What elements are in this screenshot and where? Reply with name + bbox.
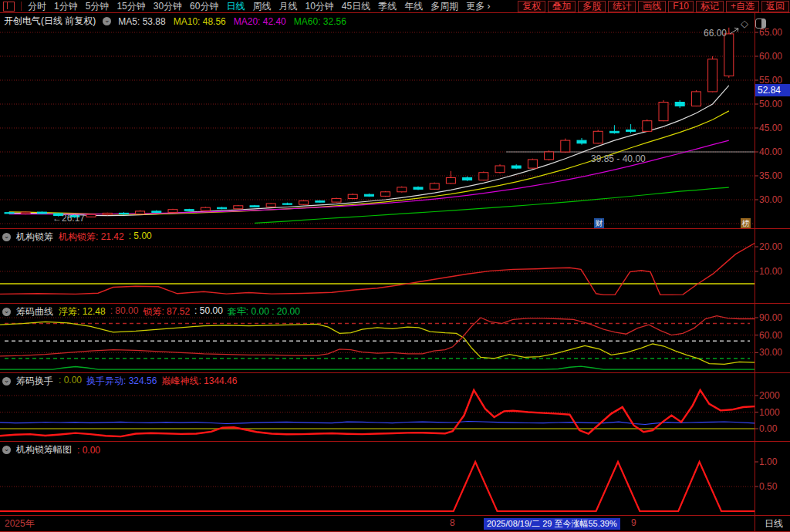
axis-tick-chouma-huanshou: 2000 — [759, 390, 780, 401]
panel-values: 浮筹: 12.48 : 80.00锁筹: 87.52 : 50.00套牢: 0.… — [59, 305, 300, 318]
panel-value: : 5.00 — [129, 231, 152, 244]
axis-tick-main: 50.00 — [759, 99, 782, 109]
chevron-down-icon[interactable]: ⌄ — [103, 17, 111, 25]
period-item-6[interactable]: 60分钟 — [186, 0, 222, 13]
period-item-12[interactable]: 季线 — [374, 0, 400, 13]
period-item-13[interactable]: 年线 — [400, 0, 427, 13]
period-item-4[interactable]: 15分钟 — [113, 0, 149, 13]
axis-tick-jigou-suochou: 20.00 — [759, 241, 782, 252]
panel-value: 浮筹: 12.48 — [59, 305, 106, 318]
axis-tick-main: 40.00 — [759, 146, 782, 157]
collapse-icon[interactable]: ⌄ — [2, 233, 11, 241]
bottom-axis-bar: 2025年 8 2025/08/19/二 29 至今涨幅55.39% 9 日线 — [0, 516, 790, 532]
panel-title: 机构锁筹 — [16, 231, 53, 244]
tool-button-4[interactable]: 统计 — [608, 1, 636, 12]
rank-badge[interactable]: 榜 — [741, 218, 751, 228]
charts-canvas — [0, 0, 790, 532]
window-layout-icon[interactable] — [3, 2, 15, 12]
app-window: 分时1分钟5分钟15分钟30分钟60分钟日线周线月线10分钟45日线季线年线多周… — [0, 0, 790, 532]
panel-header-chouma-huanshou: ⌄ 筹码换手 : 0.00换手异动: 324.56巅峰神线: 1344.46 — [2, 375, 237, 388]
tool-button-8[interactable]: +自选 — [726, 1, 759, 12]
period-item-15[interactable]: 更多 › — [462, 0, 494, 13]
ma-label-2: MA10: 48.56 — [174, 16, 226, 27]
panel-title: 机构锁筹幅图 — [16, 443, 72, 456]
ma-label-1: MA5: 53.88 — [118, 16, 165, 27]
collapse-icon[interactable]: ⌄ — [2, 377, 11, 386]
axis-tick-main: 35.00 — [759, 170, 782, 181]
toolbar: 复权叠加多股统计画线F10标记+自选返回 — [518, 1, 789, 12]
panel-values: 机构锁筹: 21.42 : 5.00 — [59, 231, 152, 244]
panel-value: 机构锁筹: 21.42 — [59, 231, 124, 244]
tool-button-9[interactable]: 返回 — [761, 1, 789, 12]
panel-value: 锁筹: 87.52 — [143, 305, 190, 318]
period-item-11[interactable]: 45日线 — [338, 0, 374, 13]
panel-value: : 0.00 — [59, 375, 82, 388]
high-annotation-arrow — [730, 28, 738, 34]
period-item-1[interactable]: 分时 — [24, 0, 50, 13]
period-item-9[interactable]: 月线 — [275, 0, 301, 13]
panel-value: 换手异动: 324.56 — [86, 375, 157, 388]
panel-value: 巅峰神线: 1344.46 — [161, 375, 237, 388]
year-label: 2025年 — [5, 517, 35, 530]
chart-jigou-futu — [0, 462, 758, 511]
tool-button-2[interactable]: 叠加 — [548, 1, 576, 12]
tool-button-1[interactable]: 复权 — [518, 1, 545, 12]
period-label: 日线 — [758, 517, 789, 530]
axis-tick-chouma-quxian: 60.00 — [759, 330, 782, 341]
tool-button-7[interactable]: 标记 — [696, 1, 724, 12]
panel-value: : 50.00 — [194, 305, 223, 318]
panel-value: 套牢: 0.00 : 20.00 — [228, 305, 300, 318]
high-price-annotation: 66.00 — [704, 28, 727, 39]
diamond-mark-icon[interactable]: ◇ — [741, 18, 748, 29]
ma-label-4: MA60: 32.56 — [294, 16, 346, 27]
month-sep-label: 9 — [631, 517, 636, 528]
period-item-10[interactable]: 10分钟 — [301, 0, 337, 13]
axis-tick-chouma-huanshou: 1000 — [759, 407, 780, 418]
tool-button-6[interactable]: F10 — [668, 1, 694, 12]
finance-badge[interactable]: 财 — [594, 218, 604, 228]
period-item-5[interactable]: 30分钟 — [150, 0, 186, 13]
panel-borders — [0, 12, 790, 532]
panel-values: : 0.00 — [77, 445, 100, 456]
axis-tick-jigou-futu: 1.00 — [759, 456, 777, 467]
axis-tick-main: 30.00 — [759, 194, 782, 205]
period-item-14[interactable]: 多周期 — [427, 0, 462, 13]
panel-title: 筹码换手 — [16, 375, 53, 388]
menu-divider — [21, 2, 22, 11]
panel-title: 筹码曲线 — [16, 305, 53, 318]
period-item-8[interactable]: 周线 — [248, 0, 275, 13]
axis-tick-chouma-quxian: 90.00 — [759, 312, 782, 323]
collapse-icon[interactable]: ⌄ — [2, 446, 11, 454]
chart-jigou-suochou — [0, 244, 758, 295]
main-chart-header: 开创电气(日线 前复权) ⌄ MA5: 53.88MA10: 48.56MA20… — [4, 15, 346, 28]
layout-mark-icon[interactable] — [755, 19, 766, 29]
collapse-icon[interactable]: ⌄ — [2, 308, 11, 316]
period-item-3[interactable]: 5分钟 — [82, 0, 113, 13]
axis-tick-chouma-quxian: 30.00 — [759, 347, 782, 358]
chart-corner-icons: ◇ — [741, 18, 766, 29]
period-item-2[interactable]: 1分钟 — [50, 0, 82, 13]
chart-chouma-quxian — [0, 316, 758, 369]
panel-value: : 80.00 — [110, 305, 139, 318]
selected-date-tag[interactable]: 2025/08/19/二 29 至今涨幅55.39% — [484, 518, 620, 530]
stock-title: 开创电气(日线 前复权) — [4, 15, 96, 28]
ma-label-3: MA20: 42.40 — [234, 16, 286, 27]
current-price-tag: 52.84 — [755, 84, 790, 96]
period-item-7[interactable]: 日线 — [222, 0, 248, 13]
month-aug-label: 8 — [450, 517, 455, 528]
axis-tick-chouma-huanshou: 0.00 — [759, 423, 777, 434]
panel-header-jigou-suochou: ⌄ 机构锁筹 机构锁筹: 21.42 : 5.00 — [2, 231, 152, 244]
low-price-annotation: ←26.17 — [52, 213, 85, 224]
axis-tick-main: 45.00 — [759, 123, 782, 133]
tool-button-3[interactable]: 多股 — [578, 1, 606, 12]
tool-button-5[interactable]: 画线 — [638, 1, 666, 12]
chart-chouma-huanshou — [0, 390, 758, 436]
axis-tick-jigou-suochou: 10.00 — [759, 266, 782, 277]
ma-labels: MA5: 53.88MA10: 48.56MA20: 42.40MA60: 32… — [118, 16, 346, 27]
panel-values: : 0.00换手异动: 324.56巅峰神线: 1344.46 — [59, 375, 237, 388]
axis-tick-jigou-futu: 0.50 — [759, 481, 777, 492]
panel-header-chouma-quxian: ⌄ 筹码曲线 浮筹: 12.48 : 80.00锁筹: 87.52 : 50.0… — [2, 305, 300, 318]
panel-value: : 0.00 — [77, 445, 100, 456]
panel-header-jigou-futu: ⌄ 机构锁筹幅图 : 0.00 — [2, 443, 100, 456]
gap-range-annotation: 39.85 - 40.00 — [591, 153, 646, 164]
